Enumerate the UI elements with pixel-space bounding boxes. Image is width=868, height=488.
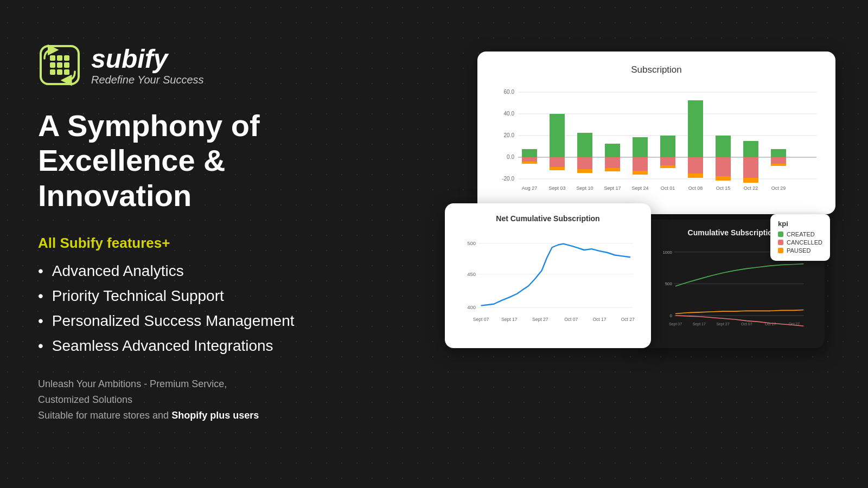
svg-text:Aug 27: Aug 27	[522, 185, 538, 191]
svg-text:450: 450	[467, 271, 476, 277]
svg-text:-20.0: -20.0	[502, 176, 514, 182]
svg-text:Oct 17: Oct 17	[765, 322, 776, 326]
svg-text:Sept 10: Sept 10	[576, 185, 593, 191]
svg-text:20.0: 20.0	[504, 132, 515, 138]
bottom-charts-row: Net Cumulative Subscription 500 450 400 …	[445, 203, 835, 348]
logo-area: subify Redefine Your Success	[38, 43, 374, 87]
svg-rect-58	[771, 157, 786, 164]
svg-rect-50	[716, 157, 731, 176]
svg-rect-31	[577, 169, 592, 173]
svg-text:Oct 22: Oct 22	[744, 185, 758, 191]
svg-rect-25	[550, 114, 565, 157]
cumulative-card: kpi CREATED CANCELLED PAUSED Cumulative …	[640, 220, 825, 348]
footer-text: Unleash Your Ambitions - Premium Service…	[38, 376, 374, 423]
svg-text:Oct 08: Oct 08	[688, 185, 703, 191]
svg-rect-46	[688, 157, 703, 174]
net-cumulative-svg: 500 450 400 Sept 07 Sept 17 Sept 27 Oct …	[457, 229, 639, 332]
net-cumulative-card: Net Cumulative Subscription 500 450 400 …	[445, 203, 651, 348]
legend-label-paused: PAUSED	[787, 247, 810, 254]
svg-text:Sept 03: Sept 03	[548, 185, 565, 191]
features-list: Advanced Analytics Priority Technical Su…	[38, 262, 374, 355]
svg-rect-21	[522, 149, 537, 157]
legend-item-created: CREATED	[778, 231, 822, 237]
svg-rect-8	[57, 69, 62, 75]
legend-label-created: CREATED	[787, 231, 815, 237]
svg-rect-57	[771, 149, 786, 157]
svg-text:Oct 17: Oct 17	[592, 317, 606, 322]
svg-rect-9	[64, 69, 69, 75]
svg-rect-49	[716, 136, 731, 157]
svg-text:Sept 24: Sept 24	[631, 185, 648, 191]
cancelled-dot	[778, 240, 783, 245]
svg-text:0.0: 0.0	[507, 154, 514, 160]
svg-rect-27	[550, 167, 565, 170]
main-chart-card: Subscription 60.0 40.0 20.0 0.0 -20.0	[477, 52, 835, 214]
svg-rect-53	[743, 141, 758, 157]
svg-rect-30	[577, 157, 592, 169]
svg-rect-22	[522, 157, 537, 162]
feature-item-1: Advanced Analytics	[38, 262, 374, 280]
svg-text:Oct 07: Oct 07	[564, 317, 578, 322]
bar-chart-svg: 60.0 40.0 20.0 0.0 -20.0 Aug 27	[493, 84, 820, 203]
main-chart-title: Subscription	[493, 65, 820, 75]
svg-text:500: 500	[467, 240, 476, 246]
footer-line1: Unleash Your Ambitions - Premium Service…	[38, 378, 227, 389]
legend-item-paused: PAUSED	[778, 247, 822, 254]
svg-rect-54	[743, 157, 758, 178]
svg-rect-26	[550, 157, 565, 167]
headline-line1: A Symphony of	[38, 108, 260, 143]
svg-rect-45	[688, 100, 703, 157]
svg-text:60.0: 60.0	[504, 89, 515, 95]
svg-rect-35	[605, 168, 620, 171]
svg-rect-41	[660, 136, 675, 157]
svg-text:Sept 27: Sept 27	[532, 317, 548, 322]
legend-label-cancelled: CANCELLED	[787, 239, 822, 246]
footer-highlight: Shopify plus users	[171, 410, 259, 421]
right-panel: Subscription 60.0 40.0 20.0 0.0 -20.0	[445, 52, 835, 348]
svg-text:Oct 01: Oct 01	[661, 185, 675, 191]
svg-rect-42	[660, 157, 675, 165]
logo-subtitle: Redefine Your Success	[91, 74, 204, 86]
svg-rect-34	[605, 157, 620, 168]
logo-text-area: subify Redefine Your Success	[91, 44, 204, 86]
legend-item-cancelled: CANCELLED	[778, 239, 822, 246]
svg-text:Sept 17: Sept 17	[693, 322, 706, 326]
svg-rect-59	[771, 164, 786, 166]
feature-item-4: Seamless Advanced Integrations	[38, 337, 374, 355]
created-dot	[778, 232, 783, 237]
logo-title: subify	[91, 44, 204, 74]
svg-rect-4	[50, 62, 55, 68]
svg-rect-2	[57, 55, 62, 61]
svg-text:Sept 07: Sept 07	[473, 317, 489, 322]
kpi-legend-card: kpi CREATED CANCELLED PAUSED	[770, 214, 830, 261]
feature-item-2: Priority Technical Support	[38, 287, 374, 305]
features-label: All Subify features+	[38, 235, 374, 252]
svg-text:1000: 1000	[662, 250, 672, 255]
svg-rect-37	[633, 137, 648, 157]
svg-rect-51	[716, 176, 731, 181]
svg-text:Oct 29: Oct 29	[771, 185, 786, 191]
svg-text:Sept 17: Sept 17	[501, 317, 518, 322]
headline: A Symphony of Excellence & Innovation	[38, 108, 374, 213]
net-cumulative-title: Net Cumulative Subscription	[457, 214, 639, 223]
svg-text:400: 400	[467, 304, 476, 310]
svg-rect-43	[660, 165, 675, 168]
svg-rect-39	[633, 171, 648, 175]
headline-line2: Excellence & Innovation	[38, 143, 226, 212]
svg-rect-38	[633, 157, 648, 171]
svg-text:Oct 07: Oct 07	[741, 322, 752, 326]
feature-item-3: Personalized Success Management	[38, 312, 374, 330]
footer-line3: Suitable for mature stores and	[38, 410, 171, 421]
svg-text:Sept 07: Sept 07	[669, 322, 682, 326]
bar-chart-container: 60.0 40.0 20.0 0.0 -20.0 Aug 27	[493, 84, 820, 203]
footer-line2: Customized Solutions	[38, 394, 132, 405]
svg-rect-47	[688, 174, 703, 178]
svg-rect-7	[50, 69, 55, 75]
svg-rect-23	[522, 162, 537, 164]
svg-text:Oct 27: Oct 27	[621, 317, 635, 322]
subify-logo-icon	[38, 43, 81, 87]
svg-text:500: 500	[665, 281, 673, 286]
svg-text:Sept 17: Sept 17	[604, 185, 621, 191]
svg-rect-1	[50, 55, 55, 61]
svg-text:40.0: 40.0	[504, 111, 515, 117]
